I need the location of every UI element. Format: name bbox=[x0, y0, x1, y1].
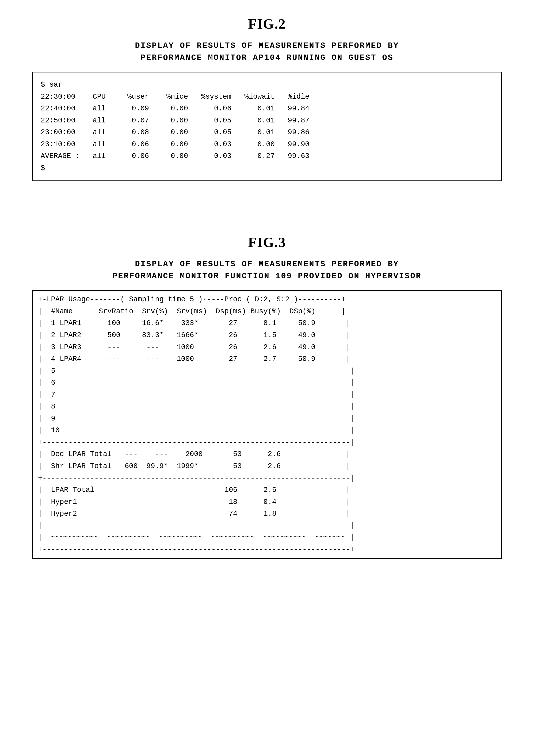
fig3-caption: DISPLAY OF RESULTS OF MEASUREMENTS PERFO… bbox=[32, 258, 502, 282]
fig2-caption-line2: PERFORMANCE MONITOR AP104 RUNNING ON GUE… bbox=[32, 52, 502, 64]
fig3-section: FIG.3 DISPLAY OF RESULTS OF MEASUREMENTS… bbox=[32, 234, 502, 559]
fig2-title: FIG.2 bbox=[32, 16, 502, 32]
fig3-title: FIG.3 bbox=[32, 234, 502, 250]
fig2-caption: DISPLAY OF RESULTS OF MEASUREMENTS PERFO… bbox=[32, 40, 502, 64]
fig2-caption-line1: DISPLAY OF RESULTS OF MEASUREMENTS PERFO… bbox=[32, 40, 502, 52]
fig3-caption-line2: PERFORMANCE MONITOR FUNCTION 109 PROVIDE… bbox=[32, 270, 502, 282]
fig2-section: FIG.2 DISPLAY OF RESULTS OF MEASUREMENTS… bbox=[32, 16, 502, 181]
fig3-caption-line1: DISPLAY OF RESULTS OF MEASUREMENTS PERFO… bbox=[32, 258, 502, 270]
fig2-terminal-content: $ sar 22:30:00 CPU %user %nice %system %… bbox=[41, 79, 493, 174]
fig3-content: +-LPAR Usage-------( Sampling time 5 )·-… bbox=[33, 291, 501, 558]
fig2-terminal-box: $ sar 22:30:00 CPU %user %nice %system %… bbox=[32, 72, 502, 181]
fig3-lpar-box: +-LPAR Usage-------( Sampling time 5 )·-… bbox=[32, 290, 502, 559]
